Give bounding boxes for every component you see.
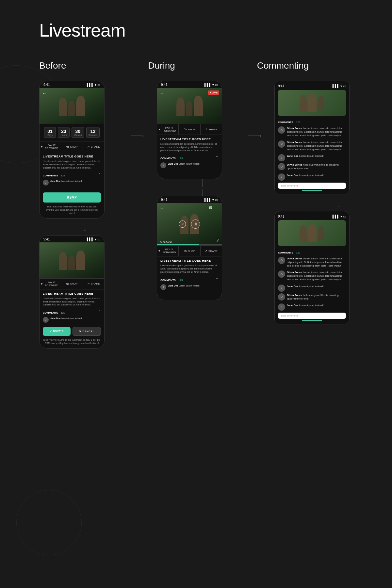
battery-icon-dt: ▭ — [215, 83, 218, 87]
status-bar-during-bottom: 9:41 ▌▌▌ ▾ ▭ — [157, 196, 222, 203]
cp-time-bottom: 9:41 — [278, 215, 284, 218]
pay-forward-btn[interactable]: ♥ PAY IT FORWARD — [40, 141, 61, 152]
comments-label: COMMENTS 123 — [43, 172, 65, 178]
cp-avatar-4: O — [278, 163, 285, 170]
livestream-desc-before: Livestream description goes here. Lorem … — [43, 160, 101, 169]
share-icon: ↗ — [87, 145, 90, 148]
cp-time-top: 9:41 — [278, 84, 284, 88]
during-column: 9:41 ▌▌▌ ▾ ▭ ← — [157, 81, 248, 300]
battery-icon-db: ▭ — [215, 198, 218, 202]
live-badge: ● LIVE — [208, 90, 219, 95]
pause-btn[interactable]: ⏸ — [191, 220, 200, 229]
signal-icon: ▌▌▌ — [87, 83, 94, 87]
hero-image-before-bottom — [40, 242, 104, 278]
status-bar-before-bottom: 9:41 ▌▌▌ ▾ ▭ — [40, 236, 104, 242]
status-time-db: 9:41 — [161, 198, 167, 202]
cp-avatar-2: O — [278, 140, 285, 148]
video-progress-bar[interactable] — [157, 244, 222, 245]
video-player[interactable]: ← ⊡ ↺ ⏸ 54:36/54:36 ⤢ — [157, 203, 222, 245]
status-icons-db: ▌▌▌ ▾ ▭ — [204, 198, 218, 202]
countdown-seconds: 12 Seconds — [86, 127, 100, 138]
comment-text-during: Jane Doe Lorem ipsum indeed! — [168, 162, 200, 165]
status-icons: ▌▌▌ ▾ ▭ — [87, 83, 100, 87]
share-icon-dt: ↗ — [205, 128, 207, 131]
action-bar-before-bottom: ♥ PAY IT FORWARD 🛍 SHOP ↗ SHARE — [40, 278, 104, 289]
shop-db[interactable]: 🛍 SHOP — [179, 246, 200, 256]
cast-icon[interactable]: ⊡ — [209, 205, 212, 210]
cpb-comment-5: J Jane Doe Lorem ipsum indeed! — [278, 303, 346, 311]
shop-icon-b: 🛍 — [66, 282, 69, 286]
content-section-before-top: LIVESTREAM TITLE GOES HERE Livestream de… — [40, 152, 104, 190]
cp-avatar-3: J — [278, 154, 285, 161]
share-icon-b: ↗ — [87, 282, 90, 286]
pay-forward-btn-dt[interactable]: ♥ PAY IT FORWARD — [157, 124, 179, 135]
comments-expand-icon[interactable]: ⌃ — [98, 172, 101, 177]
cpb-avatar-5: J — [278, 303, 285, 311]
before-top-mockup: 9:41 ▌▌▌ ▾ ▭ — [39, 81, 105, 219]
content-section-before-bottom: LIVESTREAM TITLE GOES HERE Livestream de… — [40, 289, 104, 327]
rewind-btn[interactable]: ↺ — [179, 220, 186, 228]
cp-hero-bottom — [278, 220, 346, 246]
shop-btn[interactable]: 🛍 SHOP — [61, 141, 83, 152]
comments-header-during-top: COMMENTS 123 ⌃ — [160, 155, 219, 160]
share-icon-db: ↗ — [205, 249, 207, 253]
avatar-jane: J — [43, 180, 49, 186]
expand-db[interactable]: ⌃ — [215, 277, 219, 282]
share-btn-b[interactable]: ↗ SHARE — [83, 279, 104, 289]
pay-forward-btn-b[interactable]: ♥ PAY IT FORWARD — [40, 279, 61, 289]
section-during-label: During — [148, 60, 257, 71]
hero-figures-bottom — [40, 242, 104, 278]
cp-avatar-5: J — [278, 173, 285, 181]
cpb-avatar-4: O — [278, 293, 285, 301]
h-arrow-during-commenting: › — [248, 81, 261, 138]
comment-input-bottom[interactable]: Type comment — [278, 313, 346, 319]
fullscreen-icon[interactable]: ⤢ — [216, 238, 219, 243]
comment-row-before: J Jane Doe Lorem ipsum indeed! — [43, 180, 101, 186]
comments-expand-icon-b[interactable]: ⌃ — [98, 310, 101, 314]
comment-text-before: Jane Doe Lorem ipsum indeed! — [50, 180, 82, 183]
status-time-bottom: 9:41 — [43, 237, 50, 241]
heart-icon: ♥ — [41, 145, 42, 148]
cp-comment-2: O Olivia Jones Lorem ipsum dolor sit con… — [278, 140, 346, 153]
page-title: Livestream — [39, 20, 366, 41]
cpb-avatar-2: O — [278, 270, 285, 278]
rsvp-button[interactable]: RSVP — [43, 192, 101, 203]
video-progress-fill — [157, 244, 199, 245]
comment-row-bottom: J Jane Doe Lorem ipsum indeed! — [43, 317, 101, 323]
section-commenting-label: Commenting — [257, 60, 366, 71]
shop-icon-dt: 🛍 — [184, 128, 187, 131]
section-before-label: Before — [39, 60, 148, 71]
share-btn-dt[interactable]: ↗ SHARE — [201, 124, 222, 135]
back-arrow-video[interactable]: ← — [160, 205, 164, 211]
action-bar-during-bottom: ♥ PAY IT FORWARD 🛍 SHOP ↗ SHARE — [157, 245, 222, 256]
status-time-dt: 9:41 — [161, 83, 167, 87]
cp-comments-header-top: COMMENTS 123 — [278, 119, 346, 124]
comment-text-bottom: Jane Doe Lorem ipsum indeed! — [50, 317, 82, 320]
comment-text-db: Jane Doe Lorem ipsum indeed! — [168, 284, 200, 287]
rsvpd-cancel-bar: ✓ RSVP'D ✕ CANCEL — [43, 327, 101, 336]
cancel-button[interactable]: ✕ CANCEL — [73, 327, 101, 336]
content-section-during-top: LIVESTREAM TITLE GOES HERE Livestream de… — [157, 135, 222, 172]
comment-input-top[interactable]: Type comment — [278, 183, 346, 189]
cp-hero-top — [278, 90, 346, 116]
back-arrow-during[interactable]: ← — [160, 90, 164, 96]
status-icons-dt: ▌▌▌ ▾ ▭ — [204, 83, 218, 87]
share-btn[interactable]: ↗ SHARE — [83, 141, 104, 152]
pay-forward-db[interactable]: ♥ PAY IT FORWARD — [157, 246, 179, 256]
cp-avatar-1: O — [278, 126, 285, 134]
share-db[interactable]: ↗ SHARE — [201, 246, 222, 256]
before-bottom-mockup: 9:41 ▌▌▌ ▾ ▭ — [39, 235, 105, 349]
commenting-panel-bottom: 9:41 ▌▌▌ ▾ ▭ COMM — [274, 211, 350, 325]
shop-btn-b[interactable]: 🛍 SHOP — [61, 279, 83, 289]
comment-db: J Jane Doe Lorem ipsum indeed! — [160, 284, 219, 290]
rsvpd-button[interactable]: ✓ RSVP'D — [43, 327, 71, 336]
back-arrow-icon[interactable]: ← — [42, 90, 47, 96]
input-indicator-top — [302, 190, 322, 191]
cpb-comment-4: O Olivia Jones hello everyone! this is a… — [278, 293, 346, 302]
shop-btn-dt[interactable]: 🛍 SHOP — [179, 124, 200, 135]
avatar-jane-b: J — [43, 317, 49, 323]
comments-db: COMMENTS 123 ⌃ — [160, 276, 219, 282]
cp-status-top: 9:41 ▌▌▌ ▾ ▭ — [278, 84, 346, 90]
comments-expand-during[interactable]: ⌃ — [215, 155, 219, 160]
rsvpd-description: Nice! You've RSVP'd to this livestream o… — [40, 338, 104, 348]
